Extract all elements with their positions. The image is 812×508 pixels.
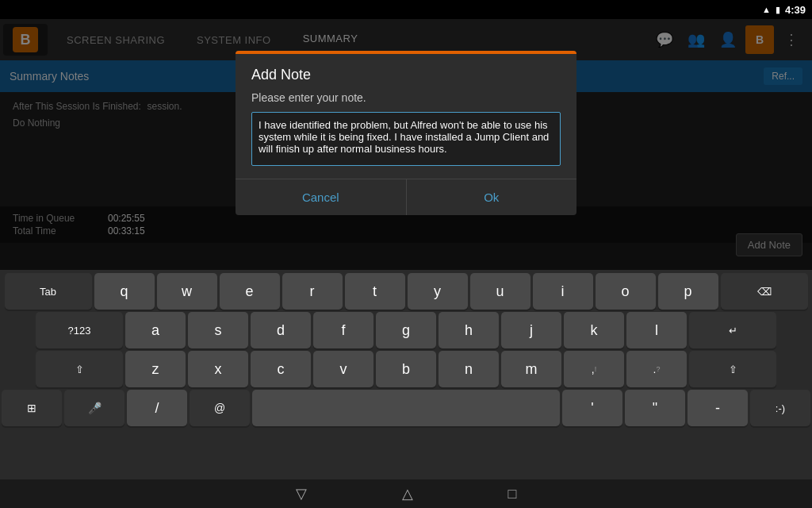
key-v[interactable]: v [313,351,373,387]
key-j[interactable]: j [501,312,561,348]
key-n[interactable]: n [439,351,499,387]
modal-overlay: Add Note Please enter your note. Cancel … [0,19,812,270]
key-at[interactable]: @ [190,390,250,426]
key-shift-left[interactable]: ⇧ [36,351,123,387]
key-slash[interactable]: / [127,390,187,426]
key-emoji[interactable]: :-) [750,390,810,426]
key-num[interactable]: ?123 [36,312,123,348]
keyboard-row-1: Tab q w e r t y u i o p ⌫ [2,273,810,310]
key-shift-right[interactable]: ⇧ [689,351,776,387]
key-g[interactable]: g [376,312,436,348]
keyboard-row-3: ⇧ z x c v b n m ,! .? ⇧ [2,351,810,387]
battery-icon: ▮ [776,5,780,15]
wifi-icon: ▲ [762,5,771,14]
key-settings-icon[interactable]: ⊞ [2,390,62,426]
key-u[interactable]: u [470,273,530,310]
dialog-body: Please enter your note. [236,91,576,179]
key-dash[interactable]: - [688,390,748,426]
key-quote[interactable]: " [625,390,685,426]
keyboard-row-4: ⊞ 🎤 / @ ' " - :-) [2,390,810,426]
key-comma[interactable]: ,! [564,351,624,387]
key-d[interactable]: d [251,312,311,348]
key-backspace[interactable]: ⌫ [721,273,808,310]
dialog-actions: Cancel Ok [236,179,576,215]
nav-home-button[interactable]: △ [402,485,413,502]
dialog-prompt: Please enter your note. [251,91,561,104]
key-enter[interactable]: ↵ [689,312,776,348]
key-period[interactable]: .? [626,351,687,387]
note-textarea[interactable] [251,112,561,166]
keyboard-row-2: ?123 a s d f g h j k l ↵ [2,312,810,348]
key-c[interactable]: c [251,351,311,387]
key-z[interactable]: z [125,351,186,387]
nav-recent-button[interactable]: □ [508,486,517,502]
keyboard: Tab q w e r t y u i o p ⌫ ?123 a s d f g… [0,270,812,508]
key-x[interactable]: x [188,351,248,387]
key-p[interactable]: p [658,273,718,310]
key-h[interactable]: h [439,312,499,348]
cancel-button[interactable]: Cancel [236,179,407,215]
key-s[interactable]: s [188,312,248,348]
key-b[interactable]: b [376,351,436,387]
key-m[interactable]: m [501,351,561,387]
key-w[interactable]: w [157,273,217,310]
key-f[interactable]: f [313,312,373,348]
key-mic-icon[interactable]: 🎤 [64,390,124,426]
add-note-dialog: Add Note Please enter your note. Cancel … [236,51,576,215]
key-e[interactable]: e [220,273,280,310]
key-tab[interactable]: Tab [5,273,92,310]
key-t[interactable]: t [345,273,405,310]
key-space[interactable] [252,390,560,426]
dialog-title: Add Note [236,54,576,91]
key-r[interactable]: r [282,273,343,310]
key-o[interactable]: o [596,273,656,310]
status-bar: ▲ ▮ 4:39 [0,0,812,19]
key-a[interactable]: a [125,312,186,348]
bottom-nav: ▽ △ □ [0,479,812,508]
key-l[interactable]: l [626,312,687,348]
key-y[interactable]: y [408,273,468,310]
key-q[interactable]: q [94,273,155,310]
key-apostrophe[interactable]: ' [562,390,622,426]
key-k[interactable]: k [564,312,624,348]
status-time: 4:39 [785,4,806,16]
key-i[interactable]: i [533,273,593,310]
nav-back-button[interactable]: ▽ [296,485,307,502]
ok-button[interactable]: Ok [407,179,577,215]
